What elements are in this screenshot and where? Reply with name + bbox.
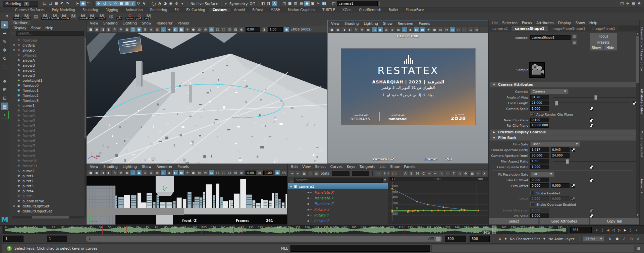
exposure-icon[interactable]: ◐ xyxy=(239,170,245,176)
mel-command-input[interactable] xyxy=(290,245,430,252)
ae-menu-item[interactable]: Attributes xyxy=(536,21,554,25)
outliner-title[interactable]: Outliner xyxy=(9,20,31,25)
section-frustum-display[interactable]: ▶ Frustum Display Controls xyxy=(490,129,636,135)
selection-mode-icon[interactable]: ◉ xyxy=(80,1,86,6)
playback-button[interactable]: ▷ xyxy=(616,227,622,233)
persp-3d-scene[interactable] xyxy=(87,33,327,164)
snap-icon[interactable]: ◁ xyxy=(101,1,107,6)
tangent-icon[interactable]: Γ xyxy=(451,171,457,176)
viewport-toolbar-icon[interactable]: ◧ xyxy=(106,26,112,32)
snap-icon[interactable]: ▩ xyxy=(124,1,130,6)
shelf-tab[interactable]: Animation xyxy=(122,8,147,12)
ae-menu-item[interactable]: Help xyxy=(589,21,597,25)
viewport-toolbar-icon[interactable]: ■ xyxy=(329,27,335,33)
shelf-item[interactable]: M blendA xyxy=(50,13,59,20)
stats-field-1[interactable] xyxy=(332,171,350,176)
ae-menu-item[interactable]: Display xyxy=(558,21,571,25)
exposure-icon[interactable]: ◐ xyxy=(239,26,245,32)
viewport-toolbar-icon[interactable]: ⊞ xyxy=(383,27,389,33)
viewport-menu-item[interactable]: Show xyxy=(142,165,151,169)
viewport-menu-item[interactable]: View xyxy=(90,165,98,169)
playback-option-icon[interactable]: ↻ xyxy=(607,236,613,242)
render-icon[interactable]: ▤ xyxy=(299,1,304,6)
current-time-field[interactable]: 261 xyxy=(570,227,592,233)
camera-aperture-mm-x[interactable]: 36.000 xyxy=(530,153,549,158)
viewport-toolbar-icon[interactable]: ▤ xyxy=(395,27,401,33)
ae-bottom-button[interactable]: Load Attributes xyxy=(539,218,589,225)
expand-icon[interactable]: ⊞ xyxy=(13,204,16,207)
animation-end-field[interactable]: 300 xyxy=(470,236,490,242)
shelf-tab[interactable]: Bullet xyxy=(385,8,402,12)
playback-start-field[interactable]: 1 xyxy=(47,236,67,242)
viewport-toolbar-icon[interactable]: ◨ xyxy=(341,27,347,33)
viewport-menu-item[interactable]: Shading xyxy=(344,21,359,25)
section-film-back[interactable]: ▼ Film Back xyxy=(490,135,636,141)
graph-frame-icon[interactable]: (▭) xyxy=(383,171,390,176)
camera-aperture-inch-x[interactable]: 1.417 xyxy=(530,147,549,152)
viewport-toolbar-icon[interactable]: ▧ xyxy=(474,27,480,33)
outliner-item[interactable]: ⊞ ❖ frame2 xyxy=(9,118,84,123)
outliner-item[interactable]: ⊞ ❖ frame5 xyxy=(9,133,84,138)
chevron-down-icon[interactable]: ▼ xyxy=(541,236,547,242)
outliner-item[interactable]: ⊞ ✱ flareLoc0 xyxy=(9,83,84,88)
tool-icon[interactable]: ➥ xyxy=(1,29,8,37)
pane-icon[interactable]: ◨ xyxy=(266,1,272,6)
viewport-toolbar-icon[interactable]: ◐ xyxy=(414,27,419,33)
range-slider-bar[interactable]: 1 300 xyxy=(86,236,442,242)
tangent-icon[interactable]: ╲ xyxy=(439,171,444,176)
viewport-menu-item[interactable]: Shading xyxy=(103,21,118,25)
near-clip-field[interactable]: 0.100 xyxy=(530,118,549,122)
viewport-toolbar-icon[interactable]: ◨ xyxy=(100,170,106,176)
viewport-toolbar-icon[interactable]: ◇ xyxy=(160,26,166,32)
viewport-toolbar-icon[interactable]: ⊡ xyxy=(468,27,474,33)
render-camera-icon[interactable]: ◫ xyxy=(331,1,337,6)
viewport-toolbar-icon[interactable]: ✎ xyxy=(353,27,359,33)
graph-menu-item[interactable]: Keys xyxy=(347,165,355,169)
graph-plot-area[interactable]: 01002001 8006004002000-200 xyxy=(388,177,489,224)
viewport-toolbar-icon[interactable]: ● xyxy=(191,26,196,32)
graph-toolbar-icon[interactable]: ⇥ xyxy=(289,171,295,176)
selection-mode-icon[interactable]: ⬚ xyxy=(86,1,92,6)
playback-button[interactable]: » xyxy=(634,227,639,233)
graph-curves[interactable]: 8006004002000-200 xyxy=(388,181,488,221)
gamma-icon[interactable]: ◑ xyxy=(257,170,262,176)
workspace-icon[interactable]: ▤ xyxy=(631,1,636,6)
viewport-toolbar-icon[interactable]: ■ xyxy=(88,170,94,176)
shelf-tab[interactable]: Rigging xyxy=(102,8,122,12)
expand-icon[interactable]: ⊞ xyxy=(13,44,16,47)
outliner-item[interactable]: ⊞ ❖ skyGrp xyxy=(9,48,84,53)
viewport-toolbar-icon[interactable]: ◔ xyxy=(444,27,449,33)
selection-mode-icon[interactable]: ➤ xyxy=(74,1,80,6)
shake-enabled-checkbox[interactable] xyxy=(530,191,534,195)
animation-start-field[interactable]: 1 xyxy=(3,236,23,242)
render-icon[interactable]: ▣ xyxy=(310,1,316,6)
viewport-toolbar-icon[interactable]: □ xyxy=(456,27,462,33)
texture-map-icon[interactable] xyxy=(590,124,593,127)
viewport-toolbar-icon[interactable]: ▤ xyxy=(154,170,160,176)
graph-frame-icon[interactable]: ▭ xyxy=(375,171,382,176)
render-icon[interactable]: ◉ xyxy=(304,1,310,6)
graph-menu-item[interactable]: Select xyxy=(315,165,326,169)
viewport-toolbar-icon[interactable]: ◉ xyxy=(136,26,142,32)
outliner-item[interactable]: ⊞ ❖ p_txt2 xyxy=(9,178,84,183)
viewport-toolbar-icon[interactable]: ◫ xyxy=(130,170,136,176)
section-camera-attributes[interactable]: ▼ Camera Attributes xyxy=(490,82,636,87)
far-clip-field[interactable]: 10000.000 xyxy=(530,123,549,128)
graph-menu-item[interactable]: Show xyxy=(390,165,399,169)
lock-icon[interactable]: ⚲ xyxy=(136,1,141,6)
graph-toolbar-icon[interactable]: ⇤ xyxy=(295,171,301,176)
file-operation-icon[interactable]: ↷ xyxy=(65,1,70,6)
outliner-item[interactable]: ⊞ ∿ curve2 xyxy=(9,168,84,173)
viewport-toolbar-icon[interactable]: ◆ xyxy=(166,26,172,32)
history-icon[interactable]: ◉ xyxy=(168,1,174,6)
lock-icon[interactable]: ⬉ xyxy=(141,1,147,6)
shake-overscan-enabled-checkbox[interactable] xyxy=(530,202,534,206)
outliner-search-input[interactable] xyxy=(16,31,84,36)
tool-icon[interactable]: ➤ xyxy=(1,21,8,28)
history-icon[interactable]: ◕ xyxy=(162,1,168,6)
tangent-icon[interactable]: A xyxy=(402,171,408,176)
layout-button[interactable]: ⌕ xyxy=(1,111,9,119)
playback-option-icon[interactable]: ◷ xyxy=(628,236,634,242)
outliner-item[interactable]: ⊞ ❖ arrowC xyxy=(9,68,84,73)
shelf-tab[interactable]: Bifrost xyxy=(249,8,267,12)
